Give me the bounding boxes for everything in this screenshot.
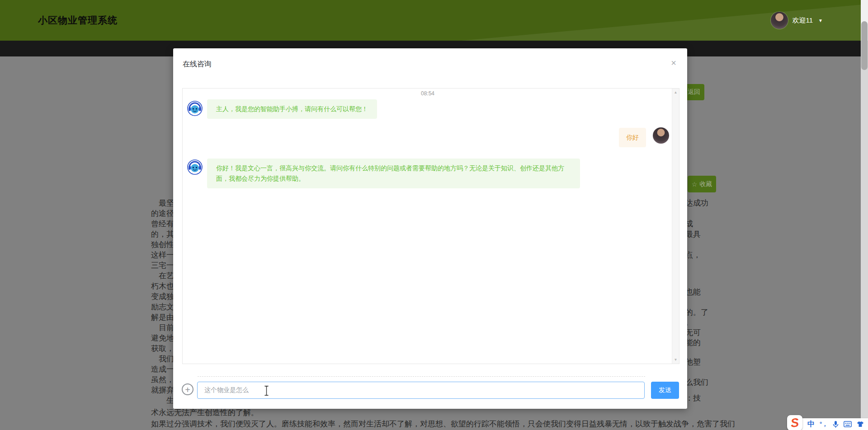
app-title: 小区物业管理系统 — [38, 14, 118, 27]
background-text-fragment: 造成一 — [151, 365, 174, 374]
send-button[interactable]: 发送 — [651, 382, 679, 399]
bot-avatar — [187, 101, 203, 116]
input-separator — [198, 376, 645, 377]
scrollbar-thumb[interactable] — [861, 21, 868, 70]
background-text-fragment: 么我们 — [685, 378, 708, 387]
app-header: 小区物业管理系统 欢迎11 ▼ — [0, 0, 868, 41]
background-text-fragment: 无可 — [685, 328, 701, 337]
favorite-button-label: 收藏 — [699, 180, 712, 188]
background-text-fragment: 的。了 — [685, 308, 708, 317]
background-text-fragment: 这样一 — [151, 251, 174, 259]
background-text-fragment: 点， — [685, 251, 701, 259]
ime-punctuation-toggle[interactable]: °， — [820, 420, 828, 428]
background-text-fragment: 独创性 — [151, 240, 174, 249]
background-text-fragment: 虽然， — [151, 375, 174, 384]
background-text-fragment: 获取， — [151, 344, 174, 353]
background-text-fragment: 就摒弃 — [151, 386, 174, 394]
background-text-fragment: 我们 — [151, 355, 174, 363]
user-menu[interactable]: 欢迎11 ▼ — [771, 11, 823, 30]
chat-bubble-bot: 主人，我是您的智能助手小搏，请问有什么可以帮您！ — [207, 99, 377, 119]
background-text-fragment: 的途径 — [151, 209, 174, 218]
online-consultation-dialog: 在线咨询 × 08:54 主人，我是您的智能助手小搏，请问有什么可以帮您！ 你好 — [173, 48, 687, 409]
background-text-fragment: 变成独 — [151, 292, 174, 301]
background-text-fragment: 曾经有 — [151, 220, 174, 228]
back-button-label: 返回 — [688, 88, 700, 96]
background-text-fragment: 术永远无法产生创造性的了解。 — [151, 408, 259, 417]
background-text-fragment: 如果过分强调技术，我们便毁灭了人。磨练技能和效率，然而对生活却不了解，对思想、欲… — [151, 420, 735, 428]
ime-language-toggle[interactable]: 中 — [807, 420, 815, 429]
keyboard-icon[interactable] — [844, 421, 852, 427]
chat-timestamp: 08:54 — [183, 90, 673, 97]
star-icon: ☆ — [692, 181, 698, 188]
favorite-button[interactable]: ☆ 收藏 — [688, 176, 716, 192]
background-text-fragment: 能的 — [685, 338, 701, 347]
user-avatar[interactable] — [771, 12, 788, 29]
user-chat-avatar — [653, 127, 669, 144]
scroll-down-icon[interactable]: ▼ — [672, 358, 679, 362]
dialog-title: 在线咨询 — [183, 60, 212, 69]
background-text-fragment: 朽木也 — [151, 282, 174, 290]
background-text-fragment: 励志文 — [151, 303, 174, 311]
background-text-fragment: 的，其 — [151, 230, 174, 238]
sogou-s-icon: S — [790, 416, 800, 430]
scroll-up-icon[interactable]: ▲ — [672, 90, 679, 94]
outfit-icon[interactable] — [857, 421, 864, 427]
add-attachment-button[interactable]: + — [182, 383, 193, 395]
close-icon[interactable]: × — [671, 58, 676, 67]
microphone-icon[interactable] — [833, 421, 839, 428]
background-text-fragment: 最具 — [685, 230, 701, 238]
sogou-logo[interactable]: S — [787, 415, 802, 430]
text-cursor — [264, 385, 269, 398]
chat-scrollbar[interactable]: ▲ ▼ — [672, 89, 679, 364]
chat-bubble-user: 你好 — [619, 128, 646, 147]
chat-message-panel: 08:54 主人，我是您的智能助手小搏，请问有什么可以帮您！ 你好 — [182, 88, 679, 364]
background-text-fragment: 也能 — [685, 288, 701, 296]
chat-bubble-bot: 你好！我是文心一言，很高兴与你交流。请问你有什么特别的问题或者需要帮助的地方吗？… — [207, 159, 580, 188]
bot-avatar — [187, 159, 203, 175]
background-text-fragment: 最坚 — [151, 199, 174, 207]
page-scrollbar[interactable] — [861, 0, 868, 430]
background-text-fragment: 在艺 — [151, 271, 174, 280]
background-text-fragment: 目前 — [151, 323, 174, 332]
background-text-fragment: ：技 — [685, 394, 701, 402]
chevron-down-icon: ▼ — [818, 18, 823, 23]
background-text-fragment: 他塑 — [685, 358, 701, 366]
ime-toolbar: 中 °， — [792, 418, 868, 430]
background-text-fragment: 解是由 — [151, 313, 174, 322]
background-text-fragment: 达成功 — [685, 199, 708, 207]
background-text-fragment: 避免地 — [151, 334, 174, 342]
background-text-fragment: 三宅一 — [151, 261, 174, 270]
welcome-label: 欢迎11 — [793, 16, 813, 25]
